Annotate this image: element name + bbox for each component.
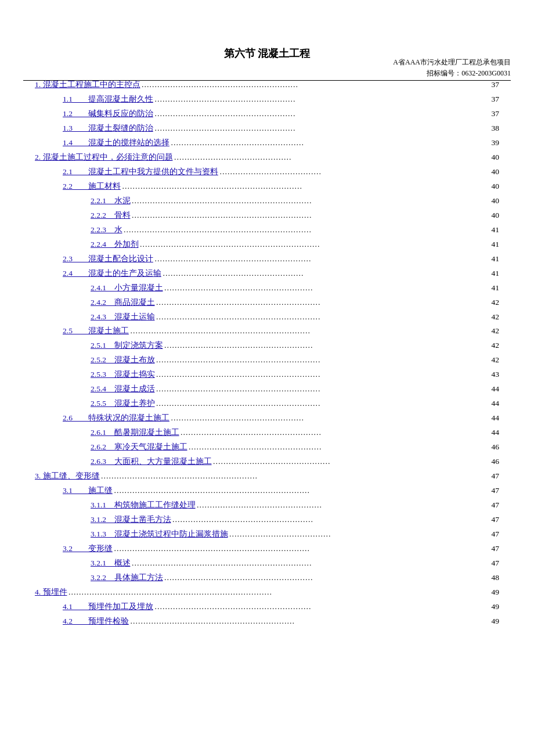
toc-page-number: 37 (492, 107, 500, 121)
toc-item[interactable]: 2.2.1 水泥……………………………………………………………40 (91, 194, 499, 208)
toc-page-number: 47 (492, 556, 500, 571)
toc-item[interactable]: 4.2 预埋件检验………………………………………………………49 (63, 614, 499, 629)
toc-link[interactable]: 2.3 混凝土配合比设计 (63, 252, 153, 267)
toc-page-number: 48 (492, 571, 500, 585)
toc-item[interactable]: 2.4.1 小方量混凝土…………………………………………………41 (91, 281, 499, 296)
toc-item[interactable]: 2.5.2 混凝土布放………………………………………………………42 (91, 353, 499, 368)
toc-link[interactable]: 2.5 混凝土施工 (63, 324, 129, 339)
toc-link[interactable]: 2.5.2 混凝土布放 (91, 353, 155, 368)
toc-dots: …………………………………………………………………… (68, 585, 490, 600)
toc-dots: …………………………………………………………… (132, 208, 490, 223)
toc-item[interactable]: 3.2.2 具体施工方法…………………………………………………48 (91, 571, 499, 585)
toc-item[interactable]: 2.6 特殊状况的混凝土施工……………………………………………44 (63, 411, 499, 426)
toc-dots: ……………………………………………………… (156, 310, 490, 325)
toc-item[interactable]: 2.4.2 商品混凝土………………………………………………………42 (91, 296, 499, 310)
toc-item[interactable]: 4.1 预埋件加工及埋放……………………………………………………49 (63, 600, 499, 614)
toc-item[interactable]: 2.5.1 制定浇筑方案…………………………………………………42 (91, 339, 499, 353)
toc-item[interactable]: 2.2.4 外加剂……………………………………………………………41 (91, 237, 499, 252)
toc-link[interactable]: 2.5.5 混凝土养护 (91, 397, 155, 411)
toc-item[interactable]: 2.2.2 骨料……………………………………………………………40 (91, 208, 499, 223)
toc-link[interactable]: 2.5.3 混凝土捣实 (91, 368, 155, 382)
toc-dots: ………………………………………………… (164, 339, 490, 353)
toc-link[interactable]: 4. 预埋件 (35, 585, 67, 600)
toc-item[interactable]: 2.1 混凝土工程中我方提供的文件与资料…………………………………40 (63, 165, 499, 179)
toc-dots: …………………………………………………… (101, 469, 490, 484)
toc-link[interactable]: 3.2.1 概述 (91, 556, 131, 571)
toc-item[interactable]: 3.1.2 混凝土凿毛方法………………………………………………47 (91, 513, 499, 527)
toc-item[interactable]: 2.2.3 水………………………………………………………………41 (91, 223, 499, 237)
toc-link[interactable]: 1.1 提高混凝土耐久性 (63, 92, 153, 107)
toc-item[interactable]: 2.6.1 酷暑期混凝土施工………………………………………………44 (91, 426, 499, 440)
toc-link[interactable]: 2.4.1 小方量混凝土 (91, 281, 163, 296)
toc-link[interactable]: 3.1 施工缝 (63, 484, 113, 498)
toc-link[interactable]: 2.6 特殊状况的混凝土施工 (63, 411, 169, 426)
toc-link[interactable]: 1.2 碱集料反应的防治 (63, 107, 153, 121)
toc-dots: ……………………………………………… (181, 426, 490, 440)
toc-link[interactable]: 2.4.3 混凝土运输 (91, 310, 155, 325)
toc-link[interactable]: 2.2.3 水 (91, 223, 122, 237)
toc-item[interactable]: 2.6.3 大面积、大方量混凝土施工………………………………………46 (91, 455, 499, 469)
toc-item[interactable]: 2.5.5 混凝土养护………………………………………………………44 (91, 397, 499, 411)
toc-page-number: 49 (492, 614, 500, 629)
toc-link[interactable]: 4.1 预埋件加工及埋放 (63, 600, 153, 614)
toc-page-number: 47 (492, 484, 500, 498)
toc-dots: ……………………………………………………………… (124, 223, 490, 237)
toc-item[interactable]: 2.4 混凝土的生产及运输………………………………………………41 (63, 267, 499, 281)
toc-link[interactable]: 3. 施工缝、变形缝 (35, 469, 100, 484)
toc-item[interactable]: 2.6.2 寒冷天气混凝土施工……………………………………………46 (91, 440, 499, 455)
toc-item[interactable]: 2. 混凝土施工过程中，必须注意的问题………………………………………40 (35, 150, 499, 165)
toc-item[interactable]: 2.2 施工材料……………………………………………………………40 (63, 179, 499, 194)
toc-dots: ………………………………………………… (164, 281, 490, 296)
toc-item[interactable]: 4. 预埋件……………………………………………………………………49 (35, 585, 499, 600)
toc-dots: …………………………………………………………… (130, 324, 490, 339)
toc-item[interactable]: 3.2 变形缝…………………………………………………………………47 (63, 542, 499, 556)
toc-link[interactable]: 2.2.1 水泥 (91, 194, 131, 208)
toc-item[interactable]: 3.1.3 混凝土浇筑过程中防止漏浆措施…………………………………47 (91, 527, 499, 542)
toc-page-number: 47 (492, 498, 500, 513)
toc-page-number: 42 (492, 296, 500, 310)
toc-link[interactable]: 2.2.4 外加剂 (91, 237, 139, 252)
toc-link[interactable]: 1.3 混凝土裂缝的防治 (63, 121, 153, 136)
toc-link[interactable]: 2.6.3 大面积、大方量混凝土施工 (91, 455, 212, 469)
toc-dots: ……………………………………………… (172, 513, 490, 527)
toc-link[interactable]: 2.4 混凝土的生产及运输 (63, 267, 161, 281)
toc-link[interactable]: 3.2 变形缝 (63, 542, 113, 556)
toc-item[interactable]: 3. 施工缝、变形缝……………………………………………………47 (35, 469, 499, 484)
toc-item[interactable]: 2.5.3 混凝土捣实………………………………………………………43 (91, 368, 499, 382)
toc-item[interactable]: 2.4.3 混凝土运输………………………………………………………42 (91, 310, 499, 325)
toc-dots: …………………………………………… (189, 440, 490, 455)
toc-page-number: 41 (492, 267, 500, 281)
toc-page-number: 47 (492, 527, 500, 542)
toc-item[interactable]: 3.2.1 概述……………………………………………………………47 (91, 556, 499, 571)
toc-item[interactable]: 1.3 混凝土裂缝的防治………………………………………………38 (63, 121, 499, 136)
toc-item[interactable]: 2.5.4 混凝土成活………………………………………………………44 (91, 382, 499, 397)
toc-page-number: 47 (492, 469, 500, 484)
toc-link[interactable]: 2.2.2 骨料 (91, 208, 131, 223)
toc-link[interactable]: 2.5.1 制定浇筑方案 (91, 339, 163, 353)
toc-page-number: 46 (492, 455, 500, 469)
toc-link[interactable]: 3.1.1 构筑物施工工作缝处理 (91, 498, 196, 513)
toc-link[interactable]: 1.4 混凝土的搅拌站的选择 (63, 136, 169, 150)
toc-link[interactable]: 2. 混凝土施工过程中，必须注意的问题 (35, 150, 173, 165)
toc-link[interactable]: 4.2 预埋件检验 (63, 614, 129, 629)
toc-item[interactable]: 1.4 混凝土的搅拌站的选择……………………………………………39 (63, 136, 499, 150)
toc-link[interactable]: 2.4.2 商品混凝土 (91, 296, 155, 310)
toc-item[interactable]: 3.1 施工缝…………………………………………………………………47 (63, 484, 499, 498)
toc-page-number: 46 (492, 440, 500, 455)
toc-item[interactable]: 2.3 混凝土配合比设计……………………………………………………41 (63, 252, 499, 267)
toc-link[interactable]: 2.1 混凝土工程中我方提供的文件与资料 (63, 165, 218, 179)
toc-item[interactable]: 2.5 混凝土施工……………………………………………………………42 (63, 324, 499, 339)
toc-link[interactable]: 2.5.4 混凝土成活 (91, 382, 155, 397)
toc-page-number: 47 (492, 513, 500, 527)
toc-link[interactable]: 3.1.2 混凝土凿毛方法 (91, 513, 171, 527)
toc-link[interactable]: 3.1.3 混凝土浇筑过程中防止漏浆措施 (91, 527, 228, 542)
toc-dots: …………………………………………………………… (140, 237, 490, 252)
toc-link[interactable]: 2.2 施工材料 (63, 179, 121, 194)
toc-item[interactable]: 3.1.1 构筑物施工工作缝处理…………………………………………47 (91, 498, 499, 513)
toc-link[interactable]: 3.2.2 具体施工方法 (91, 571, 163, 585)
toc-link[interactable]: 2.6.1 酷暑期混凝土施工 (91, 426, 179, 440)
toc-item[interactable]: 1.1 提高混凝土耐久性………………………………………………37 (63, 92, 499, 107)
toc-link[interactable]: 2.6.2 寒冷天气混凝土施工 (91, 440, 187, 455)
toc-item[interactable]: 1.2 碱集料反应的防治………………………………………………37 (63, 107, 499, 121)
toc-page-number: 44 (492, 411, 500, 426)
